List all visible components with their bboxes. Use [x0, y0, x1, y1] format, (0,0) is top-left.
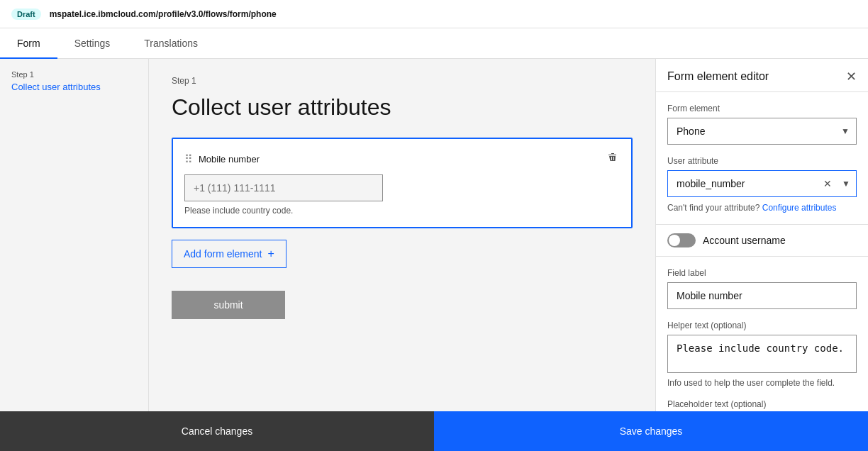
right-panel: Form element editor ✕ Form element Phone… [655, 59, 868, 451]
submit-button-preview: submit [172, 291, 285, 319]
form-element-field-group: Form element Phone ▼ [667, 104, 857, 145]
url-text: mspatel.ice.ibmcloud.com/profile/v3.0/fl… [50, 9, 277, 19]
form-element-select[interactable]: Phone [667, 118, 857, 145]
helper-text-section-label: Helper text (optional) [667, 321, 857, 330]
helper-text-input[interactable]: Please include country code. [667, 335, 857, 373]
sidebar-step-label: Step 1 [0, 70, 148, 80]
add-element-label: Add form element [184, 248, 262, 260]
tab-settings[interactable]: Settings [57, 29, 128, 59]
form-element-section: Form element Phone ▼ User attribute ✕ ▼ [656, 92, 868, 225]
user-attribute-clear-button[interactable]: ✕ [819, 178, 836, 189]
bottom-bar: Cancel changes Save changes [0, 411, 868, 451]
user-attribute-input[interactable] [668, 171, 819, 196]
draft-badge: Draft [11, 9, 41, 20]
account-username-toggle-row: Account username [656, 225, 868, 257]
panel-close-button[interactable]: ✕ [846, 70, 857, 83]
form-element-label: Form element [667, 104, 857, 113]
trash-icon [607, 152, 618, 163]
helper-info-text: Info used to help the user complete the … [667, 378, 857, 388]
tab-bar: Form Settings Translations [0, 28, 868, 59]
url-bold: phone [251, 9, 277, 19]
cant-find-text: Can't find your attribute? [667, 203, 760, 213]
sidebar-step-link[interactable]: Collect user attributes [0, 80, 148, 94]
panel-title: Form element editor [667, 70, 769, 83]
configure-link-row: Can't find your attribute? Configure att… [667, 203, 857, 213]
panel-header: Form element editor ✕ [656, 59, 868, 92]
tab-translations[interactable]: Translations [127, 29, 215, 59]
field-label-input[interactable] [667, 282, 857, 309]
form-element-card: ⠿ Mobile number Please include country c… [172, 138, 633, 228]
form-title: Collect user attributes [172, 94, 633, 121]
add-form-element-button[interactable]: Add form element + [172, 240, 286, 268]
helper-text-field-group: Helper text (optional) Please include co… [667, 321, 857, 388]
form-canvas: Step 1 Collect user attributes ⠿ Mobile … [149, 59, 655, 451]
canvas-step-label: Step 1 [172, 76, 633, 86]
form-element-header-left: ⠿ Mobile number [184, 152, 260, 166]
url-prefix: mspatel.ice.ibmcloud.com/profile/v3.0/fl… [50, 9, 251, 19]
tab-form[interactable]: Form [0, 29, 57, 59]
placeholder-section-label: Placeholder text (optional) [667, 399, 857, 409]
cancel-changes-button[interactable]: Cancel changes [0, 411, 434, 451]
account-username-label: Account username [703, 235, 786, 246]
user-attribute-wrapper: ✕ ▼ [667, 170, 857, 197]
user-attribute-field-group: User attribute ✕ ▼ Can't find your attri… [667, 156, 857, 213]
account-username-toggle[interactable] [667, 233, 696, 247]
field-label-display: Mobile number [199, 154, 260, 165]
configure-attributes-link[interactable]: Configure attributes [762, 203, 837, 213]
save-changes-button[interactable]: Save changes [434, 411, 868, 451]
main-layout: Step 1 Collect user attributes Step 1 Co… [0, 59, 868, 451]
form-element-select-wrapper: Phone ▼ [667, 118, 857, 145]
field-label-field-group: Field label [667, 268, 857, 309]
drag-handle-icon[interactable]: ⠿ [184, 152, 193, 166]
phone-input-preview [184, 174, 383, 201]
helper-text-display: Please include country code. [184, 206, 620, 216]
form-element-header: ⠿ Mobile number [184, 150, 620, 167]
plus-icon: + [268, 247, 274, 260]
user-attribute-chevron-icon[interactable]: ▼ [836, 179, 856, 189]
sidebar: Step 1 Collect user attributes [0, 59, 149, 451]
field-label-section-label: Field label [667, 268, 857, 278]
delete-element-button[interactable] [606, 150, 620, 167]
top-bar: Draft mspatel.ice.ibmcloud.com/profile/v… [0, 0, 868, 28]
user-attribute-label: User attribute [667, 156, 857, 166]
